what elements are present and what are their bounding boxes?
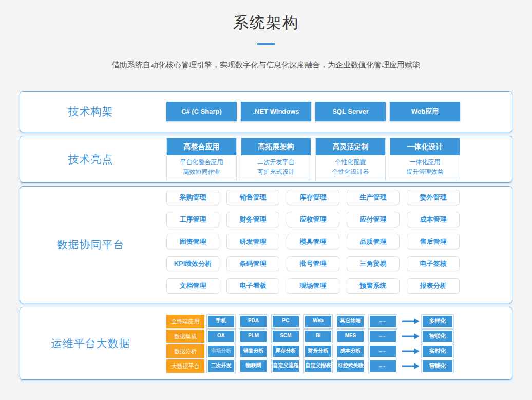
highlight-card-body: 二次开发平台 可扩充式设计 [241,155,311,180]
bigdata-cell: MES [336,330,365,343]
module-button: 电子看板 [226,278,279,294]
highlight-card-line: 可扩充式设计 [241,167,311,177]
tech-item-csharp: C# (C Sharp) [166,102,237,121]
bigdata-cell: PDA [239,315,268,328]
bigdata-row-integration: 数据集成 OA PLM SCM BI MES ..... 智联化 [166,330,453,343]
bigdata-cell: 财务分析 [304,344,332,358]
module-button: 预警系统 [347,278,400,294]
section-tech-framework: 技术构架 C# (C Sharp) .NET Windows SQL Serve… [20,91,512,132]
highlight-card-line: 高效协同作业 [167,167,236,177]
category-label: 全终端应用 [166,315,204,328]
module-button: 财务管理 [226,212,279,227]
category-label: 数据集成 [166,330,204,343]
bigdata-cell: SCM [272,330,300,343]
tech-item-sqlserver: SQL Server [315,102,386,121]
bigdata-result: 多样化 [422,315,453,328]
bigdata-cell: 市场分析 [207,344,235,358]
bigdata-cell: PLM [239,330,268,343]
module-button: 条码管理 [226,256,279,271]
bigdata-cell: ..... [369,330,397,343]
arrow-right-icon [402,348,420,354]
page-title: 系统架构 [0,13,532,32]
module-button: 采购管理 [166,190,219,205]
module-button: 库存管理 [287,190,339,205]
module-button: 研发管理 [226,234,279,249]
bigdata-cell: 自定义流程 [272,359,300,373]
highlight-card-title: 高整合应用 [167,138,236,155]
highlight-card: 一体化设计 一体化应用 提升管理效益 [390,138,460,180]
module-button: 售后管理 [407,234,460,249]
highlight-card: 高灵活定制 个性化配置 个性化设计器 [315,138,386,180]
category-label: 大数据平台 [166,359,204,373]
arrow-right-icon [402,333,420,339]
page-subtitle: 借助系统自动化核心管理引擎，实现数字化与信息化深度融合，为企业数值化管理应用赋能 [0,60,532,69]
bigdata-cell: 手机 [207,315,235,328]
section-bigdata-label: 运维平台大数据 [20,336,161,351]
category-label: 数据分析 [166,344,204,358]
highlight-card: 高整合应用 平台化整合应用 高效协同作业 [166,138,237,180]
bigdata-row-analysis: 数据分析 市场分析 销售分析 库存分析 财务分析 成本分析 ..... 实时化 [166,344,453,358]
tech-item-web: Web应用 [390,102,460,121]
bigdata-cell: Web [304,315,332,328]
bigdata-cell: ..... [369,315,397,328]
bigdata-cell: 其它终端 [336,315,365,328]
highlight-card-line: 一体化应用 [390,157,460,167]
bigdata-result: 智能化 [422,359,453,373]
highlight-card-body: 一体化应用 提升管理效益 [390,155,460,180]
module-button: 模具管理 [287,234,339,249]
module-button: 电子签核 [407,256,460,271]
bigdata-cell: PC [272,315,300,328]
highlight-cards: 高整合应用 平台化整合应用 高效协同作业 高拓展架构 二次开发平台 可扩充式设计… [161,138,512,180]
tech-item-dotnet: .NET Windows [241,102,311,121]
module-button: 报表分析 [407,278,460,294]
highlight-card-line: 二次开发平台 [241,157,311,167]
bigdata-cell: 销售分析 [239,344,268,358]
section-data-platform: 数据协同平台 采购管理 销售管理 库存管理 生产管理 委外管理 工序管理 财务管… [20,186,512,303]
highlight-card-line: 个性化配置 [316,157,385,167]
title-underline [257,43,275,45]
bigdata-cell: BI [304,330,332,343]
highlight-card-line: 个性化设计器 [316,167,385,177]
module-button: KPI绩效分析 [166,256,219,271]
bigdata-cell: 成本分析 [336,344,365,358]
highlight-card-title: 高拓展架构 [241,138,311,155]
bigdata-cell: ..... [369,359,397,373]
module-button: 批号管理 [287,256,339,271]
module-button: 品质管理 [347,234,400,249]
module-button: 应付管理 [347,212,400,227]
module-button: 工序管理 [166,212,219,227]
module-button: 销售管理 [226,190,279,205]
section-bigdata: 运维平台大数据 全终端应用 手机 PDA PC Web 其它终端 ..... 多… [20,307,512,380]
highlight-card-title: 高灵活定制 [316,138,385,155]
highlight-card-title: 一体化设计 [390,138,460,155]
bigdata-cell: ..... [369,344,397,358]
page-header: 系统架构 借助系统自动化核心管理引擎，实现数字化与信息化深度融合，为企业数值化管… [0,0,532,69]
bigdata-rows: 全终端应用 手机 PDA PC Web 其它终端 ..... 多样化 数据集成 … [166,314,453,373]
module-grid-wrap: 采购管理 销售管理 库存管理 生产管理 委外管理 工序管理 财务管理 应收管理 … [161,190,512,300]
module-button: 委外管理 [407,190,460,205]
highlight-card: 高拓展架构 二次开发平台 可扩充式设计 [241,138,311,180]
module-button: 成本管理 [407,212,460,227]
section-highlights-label: 技术亮点 [20,152,161,167]
highlight-card-body: 个性化配置 个性化设计器 [316,155,385,180]
section-highlights: 技术亮点 高整合应用 平台化整合应用 高效协同作业 高拓展架构 二次开发平台 可… [20,136,512,183]
arrow-right-icon [402,318,420,324]
module-button: 三角贸易 [347,256,400,271]
highlight-card-line: 平台化整合应用 [167,157,236,167]
module-button: 生产管理 [347,190,400,205]
module-button: 文档管理 [166,278,219,294]
module-grid: 采购管理 销售管理 库存管理 生产管理 委外管理 工序管理 财务管理 应收管理 … [166,190,474,300]
bigdata-cell: 二次开发 [207,359,235,373]
bigdata-cell: 物联网 [239,359,268,373]
bigdata-row-terminals: 全终端应用 手机 PDA PC Web 其它终端 ..... 多样化 [166,315,453,328]
highlight-card-body: 平台化整合应用 高效协同作业 [167,155,236,180]
bigdata-result: 智联化 [422,330,453,343]
bigdata-rows-wrap: 全终端应用 手机 PDA PC Web 其它终端 ..... 多样化 数据集成 … [161,314,512,373]
bigdata-cell: 自定义报表 [304,359,332,373]
bigdata-cell: OA [207,330,235,343]
bigdata-cell: 库存分析 [272,344,300,358]
architecture-panels: 技术构架 C# (C Sharp) .NET Windows SQL Serve… [20,91,512,380]
module-button: 固资管理 [166,234,219,249]
section-tech-framework-label: 技术构架 [20,104,161,119]
bigdata-cell: 可控式关联 [336,359,365,373]
